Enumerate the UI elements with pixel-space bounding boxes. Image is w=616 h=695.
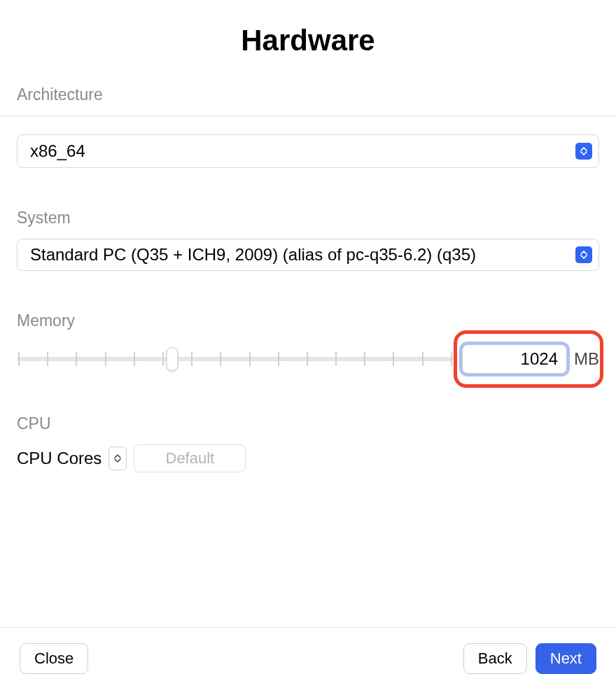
system-label: System xyxy=(17,209,599,227)
architecture-label: Architecture xyxy=(17,85,599,104)
slider-ticks xyxy=(18,352,452,366)
memory-slider[interactable] xyxy=(17,345,454,373)
memory-value-group: MB xyxy=(462,344,599,374)
cpu-cores-stepper[interactable] xyxy=(108,447,127,470)
architecture-select-button[interactable]: x86_64 xyxy=(17,134,599,168)
system-value: Standard PC (Q35 + ICH9, 2009) (alias of… xyxy=(30,245,476,264)
select-arrows-icon xyxy=(575,246,592,263)
slider-rail xyxy=(17,357,454,361)
chevron-down-icon xyxy=(114,458,121,463)
system-select[interactable]: Standard PC (Q35 + ICH9, 2009) (alias of… xyxy=(17,239,599,271)
slider-thumb[interactable] xyxy=(166,347,178,371)
system-select-button[interactable]: Standard PC (Q35 + ICH9, 2009) (alias of… xyxy=(17,239,599,271)
select-arrows-icon xyxy=(575,143,592,160)
cpu-label: CPU xyxy=(17,414,599,433)
close-button[interactable]: Close xyxy=(20,643,88,674)
divider xyxy=(0,115,616,116)
page-title: Hardware xyxy=(0,0,616,85)
cpu-default-button[interactable]: Default xyxy=(134,444,246,472)
architecture-select[interactable]: x86_64 xyxy=(17,134,599,168)
footer: Close Back Next xyxy=(0,627,616,695)
next-button[interactable]: Next xyxy=(536,643,596,674)
architecture-value: x86_64 xyxy=(30,141,85,160)
memory-input[interactable] xyxy=(462,344,567,374)
memory-label: Memory xyxy=(17,311,599,330)
cpu-cores-label: CPU Cores xyxy=(17,449,102,468)
memory-unit: MB xyxy=(574,349,599,369)
back-button[interactable]: Back xyxy=(463,643,527,674)
